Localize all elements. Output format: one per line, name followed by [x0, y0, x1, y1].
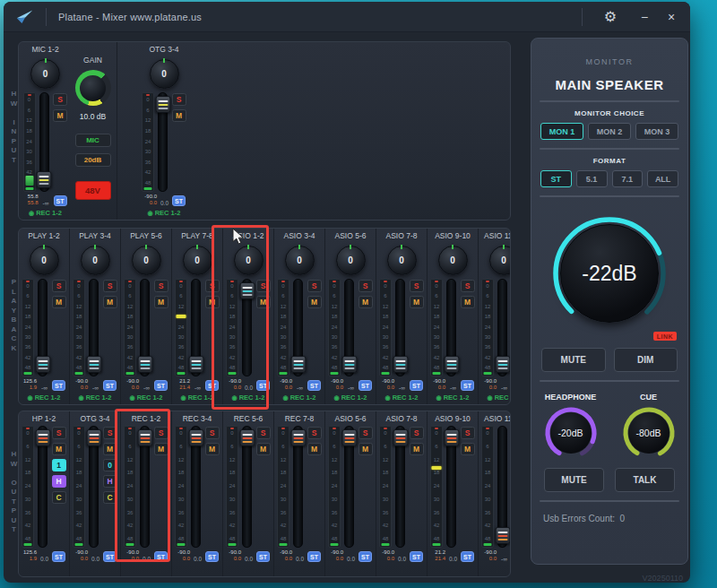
pan-knob[interactable]: 0	[150, 59, 179, 89]
pan-knob[interactable]: 0	[387, 246, 417, 275]
mute-button[interactable]: M	[52, 296, 66, 308]
stereo-link-button[interactable]: ST	[307, 551, 321, 562]
solo-button[interactable]: S	[52, 280, 66, 292]
stereo-link-button[interactable]: ST	[358, 551, 372, 562]
fader-cap[interactable]	[341, 356, 357, 373]
fader-cap[interactable]	[495, 527, 510, 544]
assign-button-0[interactable]: 0	[103, 459, 117, 471]
fader-cap[interactable]	[290, 429, 306, 446]
fader-track[interactable]	[89, 279, 99, 376]
stereo-link-button[interactable]: ST	[256, 551, 270, 562]
pan-knob[interactable]: 0	[30, 246, 59, 275]
pan-knob[interactable]: 0	[183, 246, 212, 275]
close-button[interactable]: ×	[658, 5, 685, 29]
solo-button[interactable]: S	[53, 93, 67, 106]
fader-cap[interactable]	[86, 429, 101, 446]
mute-button[interactable]: M	[205, 296, 220, 308]
format-7-1[interactable]: 7.1	[612, 170, 644, 187]
solo-button[interactable]: S	[307, 280, 322, 292]
fader-cap[interactable]	[444, 356, 459, 373]
stereo-link-button[interactable]: ST	[461, 380, 474, 391]
monitor-choice-mon-3[interactable]: MON 3	[635, 123, 678, 140]
fader-track[interactable]	[191, 426, 201, 548]
solo-button[interactable]: S	[103, 280, 117, 292]
cue-knob[interactable]: -80dB	[621, 405, 677, 461]
mute-button[interactable]: M	[256, 296, 271, 308]
pan-knob[interactable]: 0	[489, 246, 512, 275]
pan-knob[interactable]: 0	[81, 246, 110, 275]
stereo-link-button[interactable]: ST	[461, 551, 474, 562]
fader-track[interactable]	[38, 279, 48, 376]
fader-track[interactable]	[140, 279, 150, 376]
mute-button[interactable]: M	[256, 443, 271, 455]
settings-gear-icon[interactable]: ⚙	[597, 5, 624, 29]
stereo-link-button[interactable]: ST	[205, 380, 219, 391]
fader-cap[interactable]	[137, 356, 152, 373]
fader-track[interactable]	[89, 426, 99, 548]
fader-track[interactable]	[158, 92, 168, 192]
mute-button[interactable]: M	[103, 443, 117, 455]
mute-button[interactable]: M	[307, 443, 322, 455]
pan-knob[interactable]: 0	[438, 246, 468, 275]
fader-cap[interactable]	[188, 429, 203, 446]
fader-cap[interactable]	[155, 96, 170, 113]
monitor-dim-button[interactable]: DIM	[614, 348, 678, 372]
fader-cap[interactable]	[35, 429, 50, 446]
mute-button[interactable]: M	[172, 109, 186, 122]
solo-button[interactable]: S	[358, 280, 373, 292]
fader-track[interactable]	[293, 279, 303, 376]
mute-button[interactable]: M	[154, 443, 168, 455]
solo-button[interactable]: S	[154, 427, 168, 439]
solo-button[interactable]: S	[410, 280, 424, 292]
talk-button[interactable]: TALK	[615, 468, 675, 492]
solo-button[interactable]: S	[256, 427, 271, 439]
solo-button[interactable]: S	[154, 280, 168, 292]
fader-cap[interactable]	[239, 429, 255, 446]
fader-track[interactable]	[344, 279, 354, 376]
pad-20db-button[interactable]: 20dB	[75, 153, 111, 167]
fader-track[interactable]	[446, 426, 456, 548]
pan-knob[interactable]: 0	[336, 246, 366, 275]
headphone-knob[interactable]: -20dB	[543, 405, 599, 461]
stereo-link-button[interactable]: ST	[52, 380, 65, 391]
mute-button[interactable]: M	[154, 296, 168, 308]
solo-button[interactable]: S	[103, 427, 117, 439]
mute-button[interactable]: M	[358, 296, 373, 308]
fader-track[interactable]	[191, 279, 201, 376]
fader-track[interactable]	[395, 279, 405, 376]
fader-track[interactable]	[242, 279, 252, 376]
fader-track[interactable]	[242, 426, 252, 548]
stereo-link-button[interactable]: ST	[172, 195, 186, 206]
mic-mode-button[interactable]: MIC	[75, 134, 111, 147]
monitor-choice-mon-2[interactable]: MON 2	[588, 123, 631, 140]
stereo-link-button[interactable]: ST	[154, 551, 168, 562]
fader-track[interactable]	[39, 92, 49, 192]
fader-cap[interactable]	[290, 356, 306, 373]
fader-track[interactable]	[497, 279, 507, 376]
assign-button-c[interactable]: C	[103, 491, 117, 504]
mute-button[interactable]: M	[358, 443, 373, 455]
stereo-link-button[interactable]: ST	[52, 551, 65, 562]
solo-button[interactable]: S	[205, 280, 220, 292]
minimize-button[interactable]: −	[631, 5, 658, 29]
assign-button-1[interactable]: 1	[52, 459, 66, 471]
format-all[interactable]: ALL	[647, 170, 678, 187]
solo-button[interactable]: S	[205, 427, 220, 439]
mute-button[interactable]: M	[307, 296, 322, 308]
pan-knob[interactable]: 0	[30, 59, 60, 89]
fader-cap[interactable]	[239, 282, 255, 299]
mute-button[interactable]: M	[461, 296, 475, 308]
stereo-link-button[interactable]: ST	[103, 380, 117, 391]
format-st[interactable]: ST	[540, 170, 572, 187]
stereo-link-button[interactable]: ST	[154, 380, 168, 391]
solo-button[interactable]: S	[461, 280, 475, 292]
fader-cap[interactable]	[393, 356, 408, 373]
fader-cap[interactable]	[37, 171, 52, 188]
fader-cap[interactable]	[341, 429, 357, 446]
mute-button[interactable]: M	[52, 443, 66, 455]
gain-knob[interactable]	[75, 70, 111, 106]
solo-button[interactable]: S	[256, 280, 271, 292]
pan-knob[interactable]: 0	[132, 246, 161, 275]
monitor-mute-button[interactable]: MUTE	[541, 348, 606, 372]
mute-button[interactable]: M	[461, 443, 475, 455]
